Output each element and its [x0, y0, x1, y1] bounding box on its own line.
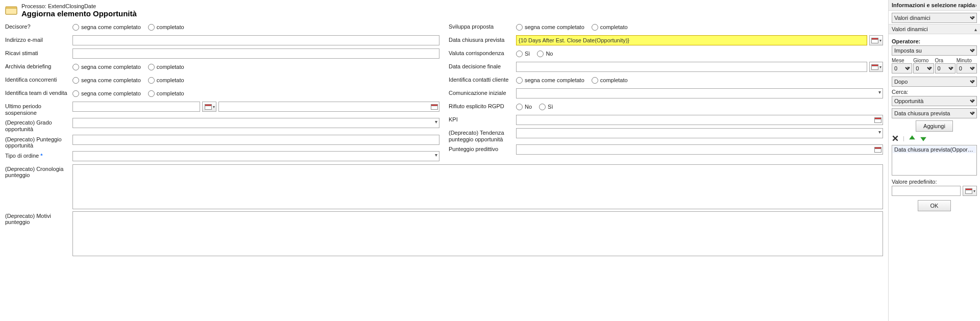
input-ultsosp-2[interactable]	[218, 102, 439, 112]
label-chiusura: Data chiusura prevista	[449, 35, 516, 43]
input-email[interactable]	[72, 35, 439, 45]
select-grado[interactable]	[72, 118, 439, 128]
svg-marker-16	[909, 135, 915, 139]
radio-no[interactable]: No	[537, 51, 553, 57]
input-ricavi[interactable]	[72, 48, 439, 59]
svg-rect-1	[6, 8, 17, 14]
side-panel: Informazioni e selezione rapida › Valori…	[888, 0, 980, 321]
select-ora[interactable]: 0	[935, 63, 955, 73]
move-down-icon[interactable]	[920, 135, 927, 142]
form-column-right: Sviluppa proposta segna come completato …	[449, 22, 883, 164]
radio-completed[interactable]: completato	[592, 24, 628, 31]
input-predittivo[interactable]	[516, 144, 883, 155]
label-predittivo: Punteggio predittivo	[449, 144, 516, 153]
input-punteggio[interactable]	[72, 135, 439, 145]
chevron-up-icon: ▴	[974, 27, 977, 32]
select-search-entity[interactable]: Opportunità	[892, 96, 977, 106]
select-minuto[interactable]: 0	[957, 63, 977, 73]
label-team: Identifica team di vendita	[5, 88, 72, 96]
input-default-value[interactable]	[892, 186, 961, 196]
radio-mark-completed[interactable]: segna come completato	[72, 77, 141, 84]
default-value-label: Valore predefinito:	[892, 179, 977, 185]
radio-completed[interactable]: completato	[148, 24, 184, 31]
svg-rect-19	[965, 189, 972, 190]
select-cominit[interactable]	[516, 88, 883, 98]
datepicker-button[interactable]: ▾	[963, 186, 977, 196]
radio-mark-completed[interactable]: segna come completato	[516, 24, 584, 31]
textarea-motivi[interactable]	[72, 211, 883, 256]
svg-marker-17	[920, 137, 926, 141]
header-text: Processo: ExtendClosingDate Aggiorna ele…	[21, 3, 137, 18]
radio-completed[interactable]: completato	[592, 77, 628, 84]
label-concorrenti: Identifica concorrenti	[5, 75, 72, 83]
radio-mark-completed[interactable]: segna come completato	[516, 77, 584, 84]
label-decisore: Decisore?	[5, 22, 72, 30]
radio-yes[interactable]: Sì	[539, 104, 553, 110]
input-ultsosp-1[interactable]	[72, 102, 200, 112]
svg-rect-3	[205, 105, 211, 106]
input-kpi[interactable]	[516, 115, 883, 125]
select-dopo[interactable]: Dopo	[892, 77, 977, 87]
time-grid: Mese0 Giorno0 Ora0 Minuto0	[892, 58, 977, 73]
selected-items-list[interactable]: Data chiusura prevista(Opportunità	[892, 145, 977, 176]
chevron-right-icon[interactable]: ›	[975, 2, 977, 8]
label-email: Indirizzo e-mail	[5, 35, 72, 43]
add-button[interactable]: Aggiungi	[916, 120, 953, 132]
select-search-field[interactable]: Data chiusura prevista	[892, 108, 977, 118]
main-form: Processo: ExtendClosingDate Aggiorna ele…	[0, 0, 888, 321]
radio-mark-completed[interactable]: segna come completato	[72, 24, 141, 31]
label-rgpd: Rifiuto esplicito RGPD	[449, 102, 516, 110]
radio-mark-completed[interactable]: segna come completato	[72, 64, 141, 70]
ok-button[interactable]: OK	[918, 200, 951, 211]
label-grado: (Deprecato) Grado opportunità	[5, 118, 72, 132]
datepicker-button[interactable]: ▾	[202, 102, 216, 112]
select-tipo[interactable]	[72, 151, 439, 161]
label-cominit: Comunicazione iniziale	[449, 88, 516, 96]
process-prefix: Processo:	[21, 3, 46, 9]
label-contatti: Identifica contatti cliente	[449, 75, 516, 83]
select-mode[interactable]: Valori dinamici	[892, 13, 977, 23]
remove-icon[interactable]	[892, 135, 899, 142]
list-item[interactable]: Data chiusura prevista(Opportunità	[893, 146, 976, 153]
svg-rect-7	[872, 38, 878, 40]
radio-completed[interactable]: completato	[148, 77, 184, 84]
label-decfinale: Data decisione finale	[449, 62, 516, 70]
input-decfinale[interactable]	[516, 62, 867, 72]
label-kpi: KPI	[449, 115, 516, 123]
label-debrief: Archivia debriefing	[5, 62, 72, 70]
datepicker-button[interactable]: ▾	[869, 62, 883, 72]
calendar-icon[interactable]	[874, 116, 881, 124]
radio-decisore: segna come completato completato	[72, 22, 439, 32]
radio-mark-completed[interactable]: segna come completato	[72, 90, 141, 97]
move-up-icon[interactable]	[909, 135, 916, 142]
svg-rect-5	[431, 105, 438, 106]
label-tipo: Tipo di ordine *	[5, 151, 72, 159]
side-panel-header: Informazioni e selezione rapida ›	[889, 0, 980, 11]
input-chiusura[interactable]	[516, 35, 867, 45]
select-operator[interactable]: Imposta su	[892, 45, 977, 56]
search-label: Cerca:	[892, 89, 977, 95]
label-sviluppa: Sviluppa proposta	[449, 22, 516, 30]
radio-yes[interactable]: Sì	[516, 51, 530, 57]
label-ultsosp: Ultimo periodo sospensione	[5, 102, 72, 116]
calendar-icon[interactable]	[431, 103, 438, 110]
radio-completed[interactable]: completato	[148, 64, 184, 70]
textarea-cronologia[interactable]	[72, 164, 883, 209]
radio-no[interactable]: No	[516, 104, 532, 110]
label-minuto: Minuto	[957, 58, 977, 63]
label-motivi: (Deprecato) Motivi punteggio	[5, 211, 72, 226]
label-ricavi: Ricavi stimati	[5, 48, 72, 57]
process-name: ExtendClosingDate	[48, 3, 96, 9]
select-mese[interactable]: 0	[892, 63, 912, 73]
label-giorno: Giorno	[913, 58, 934, 63]
calendar-icon[interactable]	[874, 146, 881, 153]
datepicker-button[interactable]: ▾	[869, 35, 883, 45]
svg-rect-11	[875, 118, 881, 119]
svg-rect-9	[872, 65, 878, 66]
page-title: Aggiorna elemento Opportunità	[21, 9, 137, 18]
radio-completed[interactable]: completato	[148, 90, 184, 97]
side-subheader[interactable]: Valori dinamici ▴	[889, 24, 980, 34]
select-tendenza[interactable]	[516, 128, 883, 138]
select-giorno[interactable]: 0	[913, 63, 934, 73]
side-panel-title: Informazioni e selezione rapida	[892, 2, 975, 8]
